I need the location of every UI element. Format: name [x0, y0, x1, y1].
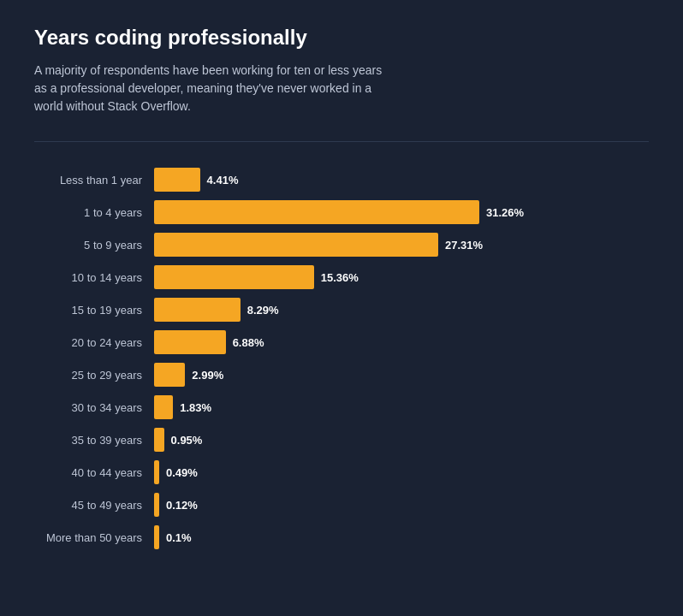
bar-fill: [154, 298, 241, 322]
bar-row: 15 to 19 years8.29%: [34, 298, 649, 322]
bar-row: 45 to 49 years0.12%: [34, 493, 649, 517]
bar-row: 5 to 9 years27.31%: [34, 233, 649, 257]
bar-value: 0.95%: [171, 434, 203, 447]
bar-label: 35 to 39 years: [34, 434, 154, 447]
bar-fill: [154, 493, 159, 517]
bar-track: 27.31%: [154, 233, 649, 257]
chart-title: Years coding professionally: [34, 26, 649, 50]
bar-track: 0.12%: [154, 493, 649, 517]
bar-track: 1.83%: [154, 395, 649, 419]
bar-value: 1.83%: [180, 401, 211, 414]
bar-row: 10 to 14 years15.36%: [34, 265, 649, 289]
chart-subtitle: A majority of respondents have been work…: [34, 62, 394, 116]
bar-fill: [154, 363, 185, 387]
bar-value: 2.99%: [192, 369, 223, 382]
bar-label: 25 to 29 years: [34, 369, 154, 382]
bar-value: 15.36%: [321, 271, 359, 284]
bar-row: 25 to 29 years2.99%: [34, 363, 649, 387]
bar-label: 1 to 4 years: [34, 206, 154, 219]
bar-fill: [154, 168, 200, 192]
bar-label: 20 to 24 years: [34, 336, 154, 349]
bar-track: 8.29%: [154, 298, 649, 322]
bar-value: 6.88%: [233, 336, 264, 349]
bar-label: 30 to 34 years: [34, 401, 154, 414]
bar-track: 0.1%: [154, 525, 649, 549]
bar-track: 31.26%: [154, 200, 649, 224]
bar-fill: [154, 395, 173, 419]
bar-fill: [154, 525, 159, 549]
bar-track: 2.99%: [154, 363, 649, 387]
bar-track: 15.36%: [154, 265, 649, 289]
bar-fill: [154, 233, 438, 257]
bar-label: More than 50 years: [34, 531, 154, 544]
bar-track: 6.88%: [154, 330, 649, 354]
page-container: Years coding professionally A majority o…: [0, 0, 683, 592]
bar-value: 8.29%: [247, 304, 279, 317]
bar-row: Less than 1 year4.41%: [34, 168, 649, 192]
bar-label: Less than 1 year: [34, 174, 154, 187]
bar-row: 30 to 34 years1.83%: [34, 395, 649, 419]
bar-row: More than 50 years0.1%: [34, 525, 649, 549]
bar-track: 4.41%: [154, 168, 649, 192]
bar-value: 0.1%: [166, 531, 192, 544]
bar-row: 35 to 39 years0.95%: [34, 428, 649, 452]
divider: [34, 141, 649, 142]
bar-fill: [154, 428, 164, 452]
bar-chart: Less than 1 year4.41%1 to 4 years31.26%5…: [34, 168, 649, 549]
bar-fill: [154, 265, 314, 289]
bar-value: 31.26%: [486, 206, 524, 219]
bar-row: 20 to 24 years6.88%: [34, 330, 649, 354]
bar-track: 0.95%: [154, 428, 649, 452]
bar-row: 40 to 44 years0.49%: [34, 460, 649, 484]
bar-label: 10 to 14 years: [34, 271, 154, 284]
bar-value: 0.49%: [166, 466, 198, 479]
bar-value: 4.41%: [207, 174, 239, 187]
bar-label: 40 to 44 years: [34, 466, 154, 479]
bar-fill: [154, 200, 479, 224]
bar-label: 5 to 9 years: [34, 239, 154, 252]
bar-fill: [154, 330, 226, 354]
bar-label: 15 to 19 years: [34, 304, 154, 317]
bar-fill: [154, 460, 159, 484]
bar-row: 1 to 4 years31.26%: [34, 200, 649, 224]
bar-label: 45 to 49 years: [34, 499, 154, 512]
bar-value: 0.12%: [166, 499, 198, 512]
bar-track: 0.49%: [154, 460, 649, 484]
bar-value: 27.31%: [445, 239, 483, 252]
